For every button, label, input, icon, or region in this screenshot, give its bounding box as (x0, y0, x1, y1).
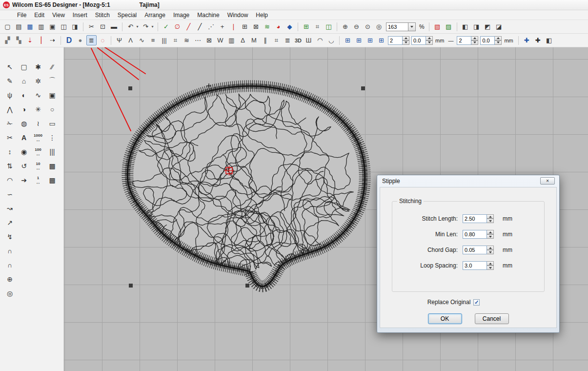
team-tool[interactable]: ◉ (18, 146, 30, 158)
field-input[interactable] (463, 230, 487, 239)
preset-1[interactable]: 1 ↔ (32, 174, 44, 186)
separator[interactable] (158, 22, 158, 31)
artistic-view-icon[interactable]: ▨ (444, 21, 454, 32)
ellipse-tool[interactable]: ○ (46, 103, 58, 115)
branch-tool[interactable]: ψ (4, 89, 16, 101)
separator[interactable] (457, 22, 457, 31)
spin-down-icon[interactable] (403, 41, 409, 45)
tatami-stitch-icon[interactable]: ≡ (148, 35, 158, 45)
field-input[interactable] (463, 214, 487, 223)
3d-effect-button[interactable]: 3D (295, 38, 302, 43)
menu-arrange[interactable]: Arrange (141, 11, 169, 19)
stitch-line-icon[interactable]: ╱ (183, 21, 194, 32)
spin-down-icon[interactable] (471, 41, 478, 45)
lasso-tool[interactable]: ∽ (4, 188, 16, 200)
spiral-tool[interactable]: ◎ (4, 288, 16, 299)
cancel-button[interactable]: Cancel (475, 313, 509, 324)
menu-view[interactable]: View (49, 11, 68, 19)
layout-grid-2-icon[interactable]: ⊞ (354, 35, 364, 45)
spin-down-icon[interactable] (487, 219, 494, 223)
arc-down-icon[interactable]: ◡ (326, 35, 336, 45)
menu-help[interactable]: Help (252, 11, 271, 19)
rotate-tool[interactable]: ↺ (18, 160, 30, 172)
replace-original-checkbox[interactable] (473, 299, 480, 306)
ridge-b-icon[interactable]: ▚ (14, 35, 24, 45)
menu-edit[interactable]: Edit (31, 11, 48, 19)
menu-special[interactable]: Special (114, 11, 140, 19)
selection-handle[interactable] (128, 86, 132, 90)
layout-grid-3-icon[interactable]: ⊞ (365, 35, 375, 45)
spin-up-icon[interactable] (495, 36, 502, 41)
wave-edit-icon[interactable]: ≋ (262, 21, 272, 32)
hatch-fill-tool[interactable]: ∕∕ (46, 61, 58, 73)
target-tool[interactable]: ⊕ (4, 273, 16, 285)
curve-n-tool[interactable]: ∩ (4, 245, 16, 257)
run-stitch-icon[interactable]: ∿ (137, 35, 147, 45)
e-stitch-icon[interactable]: Λ (125, 35, 136, 45)
table-grid-icon[interactable]: ⊞ (240, 21, 250, 32)
layout-grid-1-icon[interactable]: ⊞ (343, 35, 353, 45)
spin-up-icon[interactable] (487, 246, 494, 250)
preset-100[interactable]: 100 ↔ (32, 146, 44, 158)
spin-down-icon[interactable] (495, 41, 502, 45)
zoom-in-icon[interactable]: ⊕ (340, 21, 350, 32)
spin-up-icon[interactable] (487, 214, 494, 219)
menu-stitch[interactable]: Stitch (92, 11, 113, 19)
separator[interactable] (122, 22, 122, 31)
cropped-icon[interactable]: ◧ (544, 35, 554, 45)
bar-fill-icon[interactable]: ∥ (260, 35, 270, 45)
arrow-tool[interactable]: ➔ (18, 174, 30, 186)
arc-tool[interactable]: ⌒ (46, 75, 58, 87)
preset-1000[interactable]: 1000 ↔ (32, 132, 44, 144)
separator[interactable] (61, 36, 61, 45)
separator[interactable] (429, 22, 429, 31)
preset-10[interactable]: 10 ↔ (32, 160, 44, 172)
move-vertical-icon[interactable]: ✚ (533, 35, 543, 45)
list2-icon[interactable]: ≣ (283, 35, 293, 45)
redo-dropdown-icon[interactable]: ▾ (150, 21, 155, 32)
arc-up-icon[interactable]: ◠ (315, 35, 325, 45)
shape-select-tool[interactable]: ▢ (18, 61, 30, 73)
redo-icon[interactable]: ↷ (141, 21, 151, 32)
sphere-b-tool[interactable]: ◑ (18, 103, 30, 115)
true-view-icon[interactable]: ✓ (161, 21, 171, 32)
ridge-a-icon[interactable]: ▞ (2, 35, 13, 45)
menu-file[interactable]: File (14, 11, 30, 19)
hide-stitches-icon[interactable]: ∅ (172, 21, 182, 32)
wave-fill-icon[interactable]: ≋ (182, 35, 192, 45)
zoom-dropdown-icon[interactable] (408, 22, 416, 31)
spin-down-icon[interactable] (487, 250, 494, 254)
print-preview-icon[interactable]: ◫ (59, 21, 69, 32)
move-horizontal-icon[interactable]: ✚ (522, 35, 532, 45)
field-input[interactable] (463, 246, 487, 254)
select-tool[interactable]: ↖ (4, 61, 16, 73)
insert-point-icon[interactable]: + (217, 21, 227, 32)
separator[interactable] (518, 36, 519, 45)
comb-stitch-icon[interactable]: Ш (304, 35, 314, 45)
fill-tool[interactable]: ⋮ (46, 132, 58, 144)
stipple-outline-icon[interactable]: ◌ (98, 35, 108, 45)
rectangle-tool[interactable]: ▭ (46, 118, 58, 129)
gray-dot-icon[interactable]: ● (75, 35, 85, 45)
stipple-fill-icon[interactable]: ⋯ (193, 35, 203, 45)
dot-select-icon[interactable]: ⋰ (206, 21, 216, 32)
hash-grid-icon[interactable]: ⌗ (312, 21, 323, 32)
flower-fill-tool[interactable]: ✱ (32, 61, 44, 73)
spacing-offset-input[interactable] (480, 36, 495, 45)
cascade-windows-icon[interactable]: ◧ (460, 21, 470, 32)
needle-down-icon[interactable]: ⇣ (25, 35, 35, 45)
block-fill-icon[interactable]: ▥ (226, 35, 237, 45)
overlap-window-icon[interactable]: ◫ (324, 21, 334, 32)
spacing-count-input[interactable] (457, 36, 471, 45)
updown-tool[interactable]: ↕ (4, 146, 16, 158)
block-a-tool[interactable]: ▩ (46, 160, 58, 172)
split-stitch-icon[interactable]: ||| (159, 35, 169, 45)
tile-windows-icon[interactable]: ◨ (471, 21, 482, 32)
copy-icon[interactable]: ⊡ (98, 21, 108, 32)
spin-up-icon[interactable] (487, 230, 494, 234)
open-icon[interactable]: ▤ (14, 21, 24, 32)
knife-tool[interactable]: ✁ (4, 118, 16, 129)
table-x-icon[interactable]: ⊠ (251, 21, 261, 32)
motif-stitch-tool[interactable]: ✳ (32, 103, 44, 115)
spin-up-icon[interactable] (471, 36, 478, 41)
